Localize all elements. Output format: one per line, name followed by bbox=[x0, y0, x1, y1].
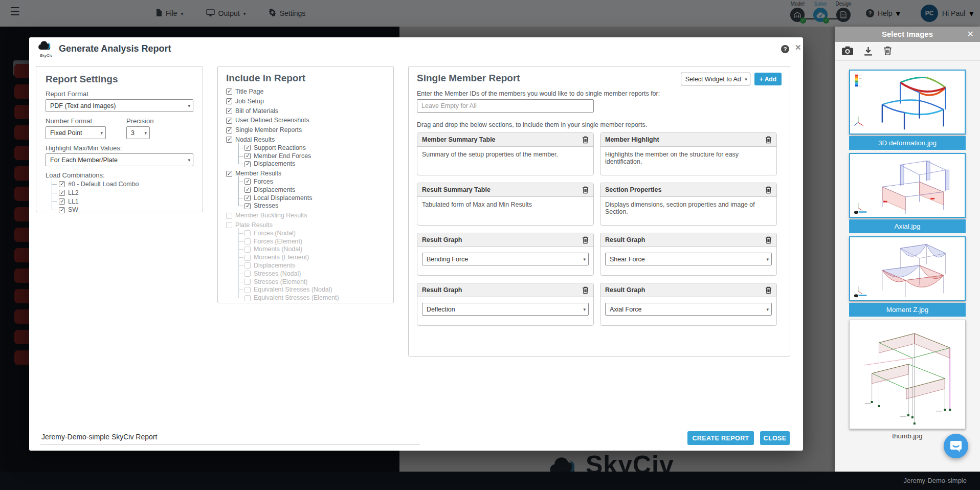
menu-item[interactable]: File ▾ bbox=[156, 9, 184, 18]
widget-card[interactable]: Result Graph Deflection ▾ bbox=[417, 283, 594, 326]
number-format-select[interactable]: Fixed Point ▾ bbox=[46, 126, 106, 139]
widget-card-header: Member Highlight bbox=[600, 133, 776, 147]
trash-icon[interactable] bbox=[582, 286, 589, 294]
widget-card-title: Member Summary Table bbox=[422, 136, 496, 143]
include-item-row[interactable]: Moments (Nodal) bbox=[226, 246, 385, 253]
widget-card[interactable]: Result Graph Shear Force ▾ bbox=[600, 233, 777, 276]
include-item-row[interactable]: Moments (Element) bbox=[226, 254, 385, 261]
trash-icon[interactable] bbox=[765, 136, 772, 144]
highlight-maxmin-select[interactable]: For Each Member/Plate ▾ bbox=[46, 153, 193, 166]
result-graph-select[interactable]: Deflection ▾ bbox=[422, 303, 589, 316]
close-button[interactable]: CLOSE bbox=[760, 431, 790, 445]
widget-card[interactable]: Result Graph Axial Force ▾ bbox=[600, 283, 777, 326]
trash-icon[interactable] bbox=[765, 236, 772, 244]
checkbox bbox=[226, 137, 232, 143]
result-graph-select[interactable]: Shear Force ▾ bbox=[605, 253, 772, 265]
modal-close-icon[interactable]: ✕ bbox=[795, 43, 801, 52]
widget-card[interactable]: Member Summary Table Summary of the setu… bbox=[417, 132, 594, 175]
load-combination-row[interactable]: SW bbox=[46, 206, 193, 214]
download-icon[interactable] bbox=[863, 47, 873, 56]
image-thumbnail[interactable]: thumb.jpg bbox=[849, 320, 966, 443]
include-item-row[interactable]: Local Displacements bbox=[226, 194, 385, 202]
include-item-row[interactable]: Support Reactions bbox=[226, 144, 385, 152]
widget-card-title: Result Summary Table bbox=[422, 186, 491, 193]
widget-card[interactable]: Result Summary Table Tabulated form of M… bbox=[417, 183, 594, 226]
chat-bubble-button[interactable] bbox=[944, 434, 968, 458]
report-name-input[interactable] bbox=[40, 429, 420, 444]
include-item-row[interactable]: Stresses (Element) bbox=[226, 278, 385, 286]
include-item-row[interactable]: Equivalent Stresses (Element) bbox=[226, 294, 385, 302]
trash-icon[interactable] bbox=[582, 236, 589, 244]
include-item-row[interactable]: Displacements bbox=[226, 262, 385, 270]
include-item-row[interactable]: Displacements bbox=[226, 160, 385, 168]
trash-icon[interactable] bbox=[883, 46, 892, 56]
checkbox bbox=[226, 118, 232, 124]
menu-icon bbox=[156, 9, 162, 18]
result-graph-select[interactable]: Bending Force ▾ bbox=[422, 253, 589, 265]
widget-card[interactable]: Result Graph Bending Force ▾ bbox=[417, 233, 594, 276]
include-item-row[interactable]: Member End Forces bbox=[226, 152, 385, 160]
include-item-row[interactable]: Forces bbox=[226, 178, 385, 186]
load-combination-row[interactable]: LL1 bbox=[46, 198, 193, 206]
widget-card-header: Result Summary Table bbox=[417, 183, 593, 197]
image-thumbnail[interactable]: Axial.jpg bbox=[849, 153, 966, 233]
include-item-row[interactable]: Displacements bbox=[226, 186, 385, 194]
widget-card[interactable]: Section Properties Displays dimensions, … bbox=[600, 183, 777, 226]
include-item-row[interactable]: Title Page bbox=[226, 88, 385, 96]
include-item-row[interactable]: Stresses (Nodal) bbox=[226, 270, 385, 278]
checkbox-label: Single Member Reports bbox=[235, 126, 302, 134]
trash-icon[interactable] bbox=[582, 186, 589, 194]
checkbox bbox=[226, 222, 232, 228]
add-widget-button[interactable]: + Add bbox=[754, 73, 782, 85]
trash-icon[interactable] bbox=[765, 286, 772, 294]
include-item-row[interactable]: Stresses bbox=[226, 202, 385, 210]
include-item-row[interactable]: Forces (Element) bbox=[226, 238, 385, 246]
include-item-row[interactable]: Member Results bbox=[226, 170, 385, 177]
include-item-row[interactable]: Forces (Nodal) bbox=[226, 230, 385, 237]
include-item-row[interactable]: User Defined Screenshots bbox=[226, 117, 385, 124]
image-thumbnail[interactable]: Moment Z.jpg bbox=[849, 236, 966, 317]
skyciv-logo: SkyCiv bbox=[37, 40, 55, 58]
close-icon[interactable]: ✕ bbox=[967, 27, 974, 42]
include-item-row[interactable]: Job Setup bbox=[226, 98, 385, 105]
help-menu[interactable]: ? Help ▾ bbox=[866, 0, 900, 27]
precision-select[interactable]: 3 ▾ bbox=[126, 126, 150, 139]
create-report-button[interactable]: CREATE REPORT bbox=[687, 431, 754, 445]
checkbox bbox=[226, 98, 232, 104]
trash-icon[interactable] bbox=[582, 136, 589, 144]
load-combination-row[interactable]: LL2 bbox=[46, 189, 193, 197]
menu-item[interactable]: Settings bbox=[269, 9, 306, 18]
precision-label: Precision bbox=[126, 117, 153, 125]
trash-icon[interactable] bbox=[765, 186, 772, 194]
include-item-row[interactable]: Single Member Reports bbox=[226, 126, 385, 134]
include-item-row[interactable]: Nodal Results bbox=[226, 136, 385, 144]
workflow-step[interactable]: Design bbox=[832, 1, 855, 22]
image-thumbnail[interactable]: 3D deformation.jpg bbox=[849, 70, 966, 150]
widget-card[interactable]: Member Highlight Highlights the member o… bbox=[600, 132, 777, 175]
include-item-row[interactable]: Bill of Materials bbox=[226, 107, 385, 115]
include-item-row[interactable]: Equivalent Stresses (Nodal) bbox=[226, 286, 385, 294]
checkbox bbox=[226, 108, 232, 114]
checkbox bbox=[244, 153, 251, 159]
step-label: Solve bbox=[809, 1, 832, 7]
load-combination-row[interactable]: #0 - Default Load Combo bbox=[46, 181, 193, 188]
widget-to-add-select[interactable]: Select Widget to Add ▾ bbox=[681, 73, 750, 85]
include-item-row[interactable]: Member Buckling Results bbox=[226, 212, 385, 219]
report-format-select[interactable]: PDF (Text and Images) ▾ bbox=[46, 99, 193, 112]
result-graph-select[interactable]: Axial Force ▾ bbox=[605, 303, 772, 316]
workflow-step[interactable]: Model bbox=[786, 1, 809, 22]
include-in-report-panel: Include in Report Title Page Job Setup B… bbox=[217, 66, 394, 303]
include-item-row[interactable]: Plate Results bbox=[226, 221, 385, 229]
member-ids-input[interactable] bbox=[417, 99, 594, 113]
hamburger-menu-icon[interactable]: ☰ bbox=[7, 5, 23, 18]
checkbox bbox=[244, 145, 251, 151]
workflow-step[interactable]: Solve bbox=[809, 1, 832, 22]
step-icon bbox=[813, 8, 828, 22]
menu-item[interactable]: Output ▾ bbox=[206, 9, 246, 18]
member-ids-label: Enter the Member IDs of the members you … bbox=[417, 90, 782, 97]
user-menu[interactable]: PC Hi Paul ▾ bbox=[921, 0, 973, 27]
camera-icon[interactable] bbox=[842, 46, 853, 56]
widget-card-body: Deflection ▾ bbox=[417, 297, 593, 320]
widget-card-body: Highlights the member on the structure f… bbox=[600, 147, 776, 169]
modal-help-icon[interactable]: ? bbox=[781, 45, 789, 53]
